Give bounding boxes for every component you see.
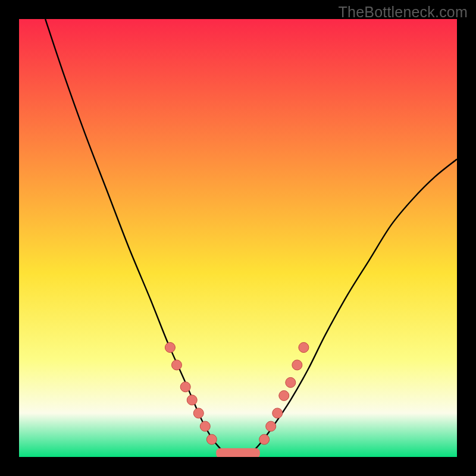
flat-bottom-band — [216, 448, 260, 457]
data-dot — [292, 360, 302, 370]
gradient-background — [19, 19, 457, 457]
data-dot — [273, 408, 283, 418]
data-dot — [187, 395, 197, 405]
data-dot — [286, 377, 296, 387]
data-dot — [279, 390, 289, 400]
watermark-label: TheBottleneck.com — [339, 4, 468, 21]
data-dot — [299, 343, 309, 353]
plot-area — [19, 19, 457, 457]
data-dot — [200, 421, 210, 431]
data-dot — [266, 421, 276, 431]
data-dot — [259, 434, 270, 444]
chart-frame: TheBottleneck.com — [0, 0, 476, 476]
data-dot — [206, 434, 217, 444]
chart-svg — [19, 19, 457, 457]
data-dot — [171, 360, 181, 370]
data-dot — [193, 408, 203, 418]
data-dot — [165, 343, 175, 353]
data-dot — [180, 382, 190, 392]
